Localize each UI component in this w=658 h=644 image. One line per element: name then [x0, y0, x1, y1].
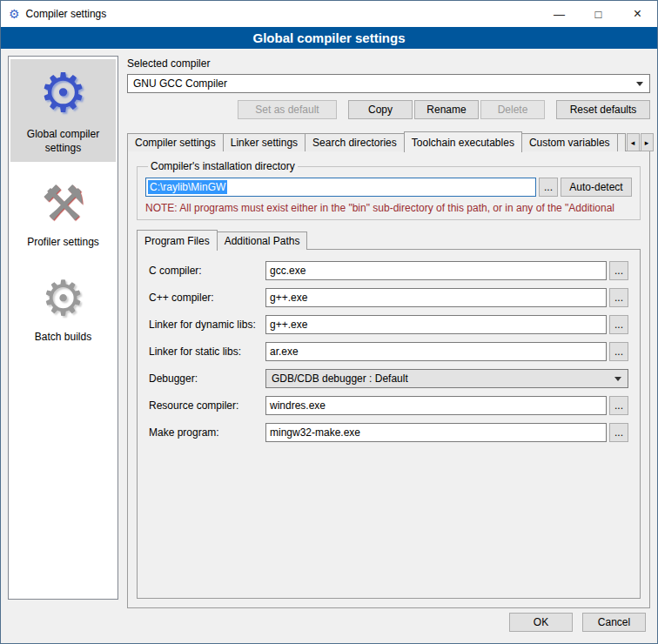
chevron-down-icon: [636, 82, 643, 86]
profiler-tool-icon: ⚒: [12, 179, 114, 228]
delete-button: Delete: [480, 100, 545, 119]
cpp-compiler-label: C++ compiler:: [149, 292, 265, 304]
debugger-label: Debugger:: [149, 372, 265, 385]
cpp-compiler-value: g++.exe: [270, 292, 307, 304]
tab-compiler-settings[interactable]: Compiler settings: [127, 133, 224, 151]
form-row-static-linker: Linker for static libs: ar.exe ...: [149, 342, 628, 361]
settings-content: Selected compiler GNU GCC Compiler Set a…: [127, 56, 650, 608]
make-program-browse-button[interactable]: ...: [609, 423, 628, 442]
compiler-select-value: GNU GCC Compiler: [133, 77, 227, 90]
titlebar: ⚙ Compiler settings — □ ×: [1, 1, 657, 27]
sidebar-item-label: Profiler settings: [12, 236, 114, 250]
resource-compiler-label: Resource compiler:: [149, 399, 265, 412]
cancel-button[interactable]: Cancel: [582, 613, 646, 632]
dialog-header: Global compiler settings: [1, 27, 657, 49]
cpp-compiler-browse-button[interactable]: ...: [609, 288, 628, 307]
sidebar-item-batch-builds[interactable]: ⚙ Batch builds: [10, 267, 116, 352]
sidebar-item-label: Batch builds: [12, 331, 114, 345]
minimize-button[interactable]: —: [540, 1, 579, 27]
make-program-label: Make program:: [149, 426, 265, 439]
tab-scroll-left-icon[interactable]: ◂: [627, 133, 640, 151]
resource-compiler-value: windres.exe: [270, 399, 326, 412]
chevron-down-icon: [614, 377, 621, 381]
form-row-debugger: Debugger: GDB/CDB debugger : Default: [149, 369, 628, 388]
debugger-select[interactable]: GDB/CDB debugger : Default: [265, 369, 628, 388]
compiler-select[interactable]: GNU GCC Compiler: [127, 74, 650, 93]
compiler-action-buttons: Set as default Copy Rename Delete Reset …: [127, 100, 650, 119]
dynamic-linker-input[interactable]: g++.exe: [265, 315, 607, 334]
selected-compiler-label: Selected compiler: [127, 57, 650, 70]
rename-button[interactable]: Rename: [414, 100, 479, 119]
static-linker-value: ar.exe: [270, 345, 299, 358]
sidebar-item-label: Global compiler settings: [12, 128, 114, 155]
c-compiler-input[interactable]: gcc.exe: [265, 261, 607, 280]
gear-gray-icon: ⚙: [12, 274, 114, 323]
tab-search-directories[interactable]: Search directories: [305, 133, 405, 151]
close-button[interactable]: ×: [618, 1, 657, 27]
debugger-value: GDB/CDB debugger : Default: [272, 372, 408, 385]
c-compiler-browse-button[interactable]: ...: [609, 261, 628, 280]
tab-custom-variables[interactable]: Custom variables: [521, 133, 618, 151]
form-row-resource-compiler: Resource compiler: windres.exe ...: [149, 396, 628, 415]
installation-directory-group: Compiler's installation directory C:\ray…: [137, 160, 641, 220]
sidebar-item-profiler-settings[interactable]: ⚒ Profiler settings: [10, 172, 116, 257]
dynamic-linker-value: g++.exe: [270, 319, 307, 331]
resource-compiler-browse-button[interactable]: ...: [609, 396, 628, 415]
cpp-compiler-input[interactable]: g++.exe: [265, 288, 607, 307]
dialog-footer: OK Cancel: [1, 608, 657, 643]
copy-button[interactable]: Copy: [348, 100, 413, 119]
c-compiler-label: C compiler:: [149, 265, 265, 277]
subtab-additional-paths[interactable]: Additional Paths: [217, 231, 308, 250]
form-row-c-compiler: C compiler: gcc.exe ...: [149, 261, 628, 280]
settings-tabstrip: Compiler settings Linker settings Search…: [127, 131, 650, 151]
subtab-program-files[interactable]: Program Files: [137, 230, 218, 251]
dialog-body: ⚙ Global compiler settings ⚒ Profiler se…: [1, 49, 657, 608]
ok-button[interactable]: OK: [509, 613, 573, 632]
resource-compiler-input[interactable]: windres.exe: [265, 396, 607, 415]
tab-scroll-right-icon[interactable]: ▸: [641, 133, 654, 151]
browse-directory-button[interactable]: ...: [539, 178, 558, 197]
toolchain-executables-panel: Compiler's installation directory C:\ray…: [127, 151, 650, 608]
maximize-button[interactable]: □: [579, 1, 618, 27]
tab-toolchain-executables[interactable]: Toolchain executables: [404, 131, 522, 152]
program-files-panel: C compiler: gcc.exe ... C++ compiler: g+…: [137, 249, 641, 599]
auto-detect-button[interactable]: Auto-detect: [561, 178, 632, 197]
reset-defaults-button[interactable]: Reset defaults: [556, 100, 650, 119]
sidebar-item-global-compiler-settings[interactable]: ⚙ Global compiler settings: [10, 59, 116, 162]
installation-directory-row: C:\raylib\MinGW ... Auto-detect: [145, 178, 632, 197]
make-program-value: mingw32-make.exe: [270, 426, 360, 439]
bin-subdirectory-note: NOTE: All programs must exist either in …: [145, 202, 632, 214]
form-row-make-program: Make program: mingw32-make.exe ...: [149, 423, 628, 442]
gear-blue-icon: ⚙: [12, 66, 114, 120]
c-compiler-value: gcc.exe: [270, 265, 306, 277]
tab-build-options-truncated[interactable]: Buil: [617, 133, 626, 151]
executables-subtabstrip: Program Files Additional Paths: [137, 230, 641, 250]
form-row-dynamic-linker: Linker for dynamic libs: g++.exe ...: [149, 315, 628, 334]
compiler-settings-dialog: ⚙ Compiler settings — □ × Global compile…: [0, 0, 658, 644]
set-as-default-button: Set as default: [238, 100, 337, 119]
dynamic-linker-label: Linker for dynamic libs:: [149, 319, 265, 331]
settings-sidebar: ⚙ Global compiler settings ⚒ Profiler se…: [8, 56, 118, 600]
installation-directory-input[interactable]: C:\raylib\MinGW: [145, 178, 536, 197]
app-gear-icon: ⚙: [9, 8, 20, 20]
make-program-input[interactable]: mingw32-make.exe: [265, 423, 607, 442]
tab-linker-settings[interactable]: Linker settings: [223, 133, 306, 151]
installation-directory-label: Compiler's installation directory: [148, 160, 298, 172]
selected-path-text: C:\raylib\MinGW: [148, 180, 227, 194]
form-row-cpp-compiler: C++ compiler: g++.exe ...: [149, 288, 628, 307]
dynamic-linker-browse-button[interactable]: ...: [609, 315, 628, 334]
static-linker-browse-button[interactable]: ...: [609, 342, 628, 361]
static-linker-label: Linker for static libs:: [149, 345, 265, 358]
static-linker-input[interactable]: ar.exe: [265, 342, 607, 361]
window-controls: — □ ×: [540, 1, 657, 27]
page-title: Global compiler settings: [252, 30, 405, 45]
window-title: Compiler settings: [26, 8, 540, 20]
